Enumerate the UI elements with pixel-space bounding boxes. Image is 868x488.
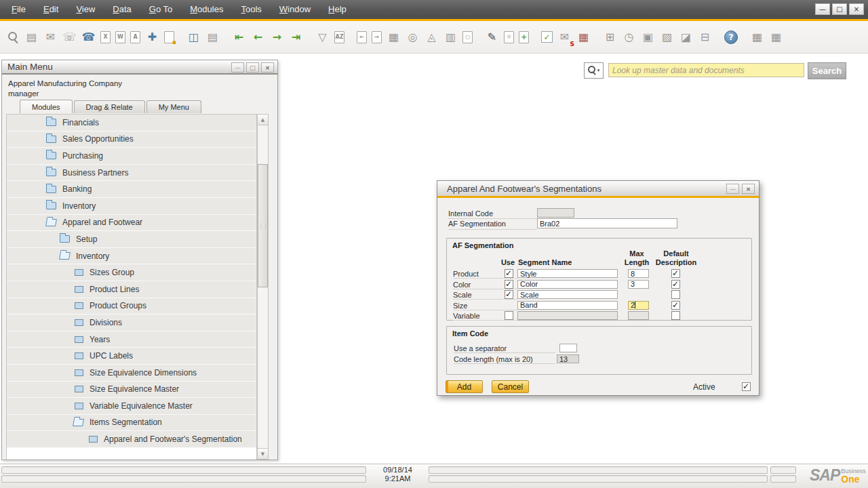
main-menu-titlebar[interactable]: Main Menu — □ × [2, 60, 277, 75]
menu-item[interactable]: Edit [35, 0, 67, 19]
scroll-up-icon[interactable]: ▲ [258, 115, 268, 125]
tree-item[interactable]: Years [7, 331, 256, 348]
max-length-field[interactable]: 8 [628, 269, 649, 278]
tree-item[interactable]: Divisions [7, 314, 256, 331]
tree-item[interactable]: Financials [7, 115, 256, 131]
tree-item[interactable]: Business Partners [7, 165, 256, 182]
max-length-field[interactable]: 3 [628, 280, 649, 289]
print-icon[interactable]: ▤ [24, 30, 39, 45]
use-checkbox[interactable] [505, 269, 513, 278]
menu-item[interactable]: Help [319, 0, 355, 19]
tab-my-menu[interactable]: My Menu [146, 100, 201, 113]
max-length-field[interactable] [628, 311, 649, 320]
first-record-icon[interactable]: ⇤ [232, 30, 246, 45]
use-checkbox[interactable] [505, 280, 513, 289]
tree-item[interactable]: UPC Labels [7, 348, 256, 365]
use-checkbox[interactable] [505, 290, 513, 299]
cancel-button[interactable]: Cancel [492, 380, 529, 393]
tree-item[interactable]: Setup [7, 231, 256, 248]
payment-means-icon[interactable]: ◎ [406, 30, 420, 45]
dialog-titlebar[interactable]: Apparel And Footwear's Segmentations — × [437, 181, 759, 198]
calendar-icon[interactable]: ▦ [576, 30, 591, 45]
tree-item[interactable]: Size Equivalence Dimensions [7, 365, 256, 382]
maximize-icon[interactable]: □ [246, 62, 259, 73]
tree-scrollbar[interactable]: ▲ ⋮⋮ ▼ [257, 114, 269, 460]
tab-drag-relate[interactable]: Drag & Relate [74, 100, 145, 113]
use-checkbox[interactable] [505, 311, 513, 320]
customize-icon[interactable]: + [519, 31, 529, 43]
tree-item[interactable]: Inventory [7, 198, 256, 215]
tree-item[interactable]: Product Groups [7, 298, 256, 315]
tree-item[interactable]: Size Equivalence Master [7, 382, 256, 399]
edit-pencil-icon[interactable]: ✎ [485, 30, 499, 45]
tree-item[interactable]: Banking [7, 181, 256, 198]
default-description-checkbox[interactable] [671, 301, 680, 310]
previous-record-icon[interactable]: ← [251, 30, 265, 45]
tab-modules[interactable]: Modules [20, 100, 73, 113]
scroll-down-icon[interactable]: ▼ [258, 448, 268, 459]
segment-name-field[interactable]: Scale [517, 290, 618, 299]
chart-icon[interactable]: ◪ [679, 30, 693, 45]
calc-export-icon[interactable]: ▦ [769, 30, 783, 45]
default-description-checkbox[interactable] [671, 269, 680, 278]
close-icon[interactable]: × [849, 3, 864, 15]
segment-name-field[interactable]: Color [517, 280, 618, 289]
close-icon[interactable]: × [742, 184, 755, 194]
tree-item[interactable]: Inventory [7, 248, 256, 265]
log-icon[interactable]: ▤ [205, 30, 220, 45]
default-description-checkbox[interactable] [671, 280, 680, 289]
max-length-field[interactable]: 2 [628, 301, 649, 310]
close-icon[interactable]: × [261, 62, 274, 73]
tree-item[interactable]: Items Segmentation [7, 415, 256, 432]
tree-item[interactable]: Apparel and Footwear's Segmentation [7, 431, 256, 448]
alert-message-icon[interactable]: ✉ [557, 30, 572, 45]
lock-icon[interactable] [164, 31, 174, 43]
active-checkbox[interactable] [742, 382, 751, 391]
find-binoculars-icon[interactable]: ◫ [186, 30, 201, 45]
default-description-checkbox[interactable] [671, 290, 680, 299]
tree-item[interactable]: Sales Opportunities [7, 131, 256, 148]
hierarchy-icon[interactable]: ⊟ [698, 30, 712, 45]
tree-item[interactable]: Variable Equivalence Master [7, 398, 256, 415]
af-segmentation-field[interactable]: Bra02 [537, 218, 677, 228]
user-defined-values-icon[interactable]: ✓ [541, 31, 553, 43]
export-excel-icon[interactable]: X [100, 31, 111, 43]
filter-icon[interactable]: ▽ [315, 30, 330, 45]
clock-icon[interactable]: ◷ [622, 30, 636, 45]
tree-item[interactable]: Apparel and Footwear [7, 215, 256, 232]
tree-item[interactable]: Sizes Group [7, 264, 256, 281]
maximize-icon[interactable]: □ [832, 3, 847, 15]
search-input[interactable] [608, 63, 804, 77]
segment-name-field[interactable] [517, 311, 618, 320]
scrollbar-thumb[interactable]: ⋮⋮ [258, 164, 268, 287]
default-description-checkbox[interactable] [671, 311, 680, 320]
minimize-icon[interactable]: — [815, 3, 830, 15]
preview-icon[interactable] [5, 30, 20, 45]
minimize-icon[interactable]: — [726, 184, 739, 194]
segment-name-field[interactable]: Style [517, 269, 618, 278]
journal-icon[interactable]: ▥ [443, 30, 458, 45]
search-button[interactable]: Search [808, 62, 846, 79]
sort-icon[interactable]: AZ [334, 31, 344, 43]
documents-icon[interactable]: ▣ [641, 30, 655, 45]
copy-to-icon[interactable]: → [372, 31, 382, 43]
menu-item[interactable]: Modules [181, 0, 232, 19]
separator-field[interactable] [559, 344, 577, 352]
gross-profit-icon[interactable]: ◬ [425, 30, 439, 45]
navigate-icon[interactable]: ✚ [145, 30, 159, 45]
phone-doc-icon[interactable]: ☏ [62, 30, 77, 45]
calc-settings-icon[interactable]: ▦ [750, 30, 764, 45]
last-record-icon[interactable]: ⇥ [289, 30, 303, 45]
menu-item[interactable]: Tools [232, 0, 270, 19]
segment-name-field[interactable]: Band [517, 301, 618, 310]
next-record-icon[interactable]: → [270, 30, 284, 45]
menu-item[interactable]: Go To [140, 0, 181, 19]
tree-item[interactable]: Product Lines [7, 281, 256, 298]
copy-from-icon[interactable]: ← [357, 31, 367, 43]
menu-item[interactable]: File [3, 0, 35, 19]
export-pdf-icon[interactable]: A [130, 31, 140, 43]
export-word-icon[interactable]: W [115, 31, 125, 43]
search-scope-button[interactable]: ▾ [584, 62, 604, 79]
add-button[interactable]: Add [446, 380, 483, 393]
tree-item[interactable]: Purchasing [7, 148, 256, 165]
